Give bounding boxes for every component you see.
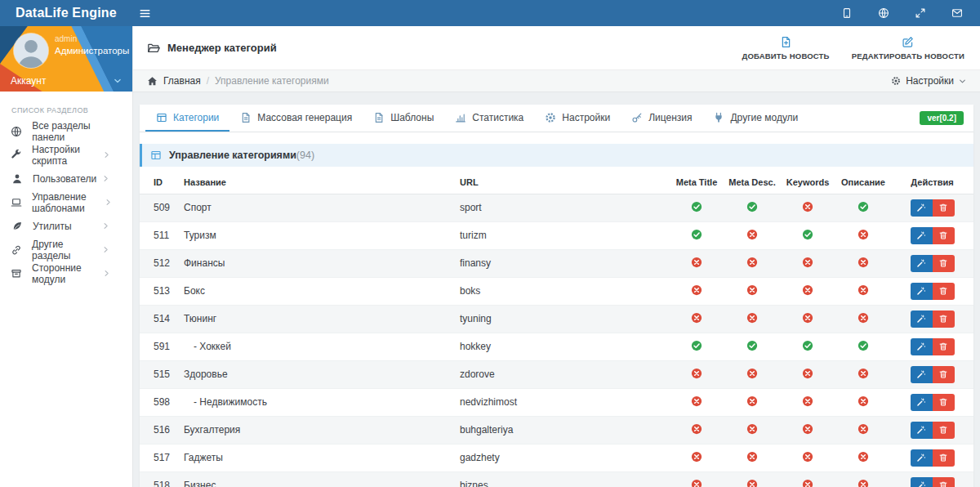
tab-templates[interactable]: Шаблоны [363,105,444,132]
status-cell-meta_title [669,360,724,388]
wand-icon [916,342,926,351]
edit-category-button[interactable] [911,422,933,439]
status-no-icon [691,284,702,296]
edit-category-button[interactable] [911,338,933,355]
status-cell-meta_desc [724,388,780,416]
mail-icon[interactable] [951,7,963,19]
tab-other-modules[interactable]: Другие модули [702,105,808,132]
delete-category-button[interactable] [933,366,955,383]
actions-cell [891,277,973,305]
status-cell-keywords [780,305,835,333]
actions-cell [891,471,973,487]
tab-mass-generation[interactable]: Массовая генерация [229,105,363,132]
tab-label: Настройки [562,112,610,123]
status-cell-meta_desc [724,444,780,471]
status-yes-icon [691,340,702,351]
status-no-icon [858,312,869,324]
mobile-icon[interactable] [841,7,853,19]
edit-category-button[interactable] [911,311,933,328]
tab-license[interactable]: Лицензия [621,105,702,132]
delete-category-button[interactable] [933,477,955,487]
trash-icon [938,314,948,324]
add-news-button[interactable]: ДОБАВИТЬ НОВОСТЬ [742,36,829,60]
chevron-right-icon [100,222,112,230]
globe-icon[interactable] [878,7,889,19]
chevron-right-icon [102,270,112,277]
delete-category-button[interactable] [933,422,955,439]
category-name: Гаджеты [184,444,460,471]
status-no-icon [802,368,813,379]
trash-icon [938,258,948,268]
delete-category-button[interactable] [933,255,955,272]
sidebar-item-users[interactable]: Пользователи [0,167,132,190]
sidebar-item-all-sections[interactable]: Все разделы панели [0,119,132,143]
breadcrumb-home-link[interactable]: Главная [147,75,201,87]
edit-category-button[interactable] [911,283,933,300]
edit-category-button[interactable] [911,477,933,487]
category-name: Спорт [184,194,460,221]
app-logo[interactable]: DataLife Engine [0,6,133,20]
table-row: 516Бухгалтерияbuhgalteriya [140,416,973,444]
edit-category-button[interactable] [911,366,933,383]
plug-icon [713,112,724,123]
actions-cell [891,416,973,444]
sidebar-item-third-party-modules[interactable]: Сторонние модули [0,261,132,285]
category-id: 512 [140,249,184,277]
status-cell-meta_title [669,277,724,305]
delete-category-button[interactable] [933,394,955,411]
panel-title: Управление категориями [169,150,296,161]
status-no-icon [691,312,702,324]
column-header: Действия [891,172,973,194]
status-no-icon [691,479,702,487]
delete-category-button[interactable] [933,227,955,244]
settings-dropdown[interactable]: Настройки [891,75,966,87]
delete-category-button[interactable] [933,283,955,300]
status-no-icon [691,257,702,268]
sidebar-item-utilities[interactable]: Утилиты [0,214,132,238]
delete-category-button[interactable] [933,199,955,217]
edit-category-button[interactable] [911,394,933,411]
tab-categories[interactable]: Категории [145,105,229,132]
status-cell-keywords [780,444,835,471]
table-row: 517Гаджетыgadzhety [140,444,973,471]
status-cell-keywords [780,194,835,221]
tab-statistics[interactable]: Статистика [444,105,534,132]
status-cell-description [835,305,891,333]
sidebar-item-script-settings[interactable]: Настройки скрипта [0,143,132,167]
expand-icon[interactable] [915,7,926,19]
status-yes-icon [746,340,758,351]
edit-category-button[interactable] [911,449,933,467]
status-no-icon [802,395,813,407]
account-label: Аккаунт [11,75,46,87]
status-no-icon [802,451,813,462]
user-profile[interactable]: admin Администраторы Аккаунт [0,26,132,92]
wand-icon [916,314,926,324]
edit-news-button[interactable]: РЕДАКТИРОВАТЬ НОВОСТИ [852,36,964,60]
tab-settings[interactable]: Настройки [534,105,621,132]
delete-category-button[interactable] [933,338,955,355]
delete-category-button[interactable] [933,311,955,328]
edit-category-button[interactable] [911,199,933,217]
delete-category-button[interactable] [933,449,955,467]
chevron-right-icon [100,175,112,182]
status-yes-icon [802,340,813,351]
status-cell-meta_title [669,249,724,277]
user-icon [11,173,23,185]
sidebar-item-templates[interactable]: Управление шаблонами [0,190,132,214]
status-no-icon [858,257,869,268]
version-badge: ver[0.2] [920,111,964,125]
category-url: hokkey [460,333,669,360]
status-cell-description [835,221,891,249]
edit-category-button[interactable] [911,227,933,244]
edit-category-button[interactable] [911,255,933,272]
status-yes-icon [858,340,869,351]
category-url: boks [460,277,669,305]
category-id: 598 [140,388,184,416]
content-card: КатегорииМассовая генерацияШаблоныСтатис… [140,105,973,487]
menu-toggle-icon[interactable] [139,7,151,20]
sidebar-item-other-sections[interactable]: Другие разделы [0,238,132,261]
category-name: - Недвижимость [184,388,460,416]
category-id: 516 [140,416,184,444]
account-dropdown[interactable]: Аккаунт [0,69,132,92]
archive-icon [11,268,22,279]
